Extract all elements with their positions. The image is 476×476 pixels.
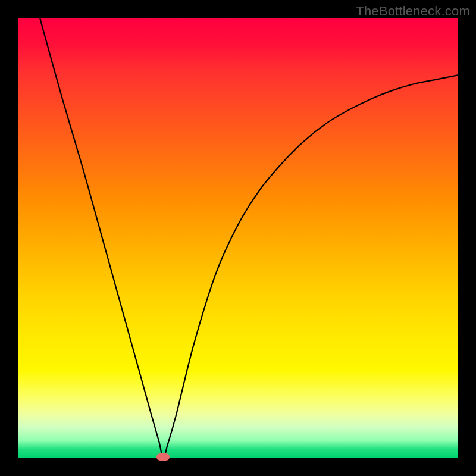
watermark-text: TheBottleneck.com bbox=[356, 4, 470, 19]
chart-frame: TheBottleneck.com bbox=[0, 0, 476, 476]
optimal-point-marker bbox=[156, 453, 170, 461]
plot-area bbox=[18, 18, 458, 458]
bottleneck-curve bbox=[18, 18, 458, 458]
